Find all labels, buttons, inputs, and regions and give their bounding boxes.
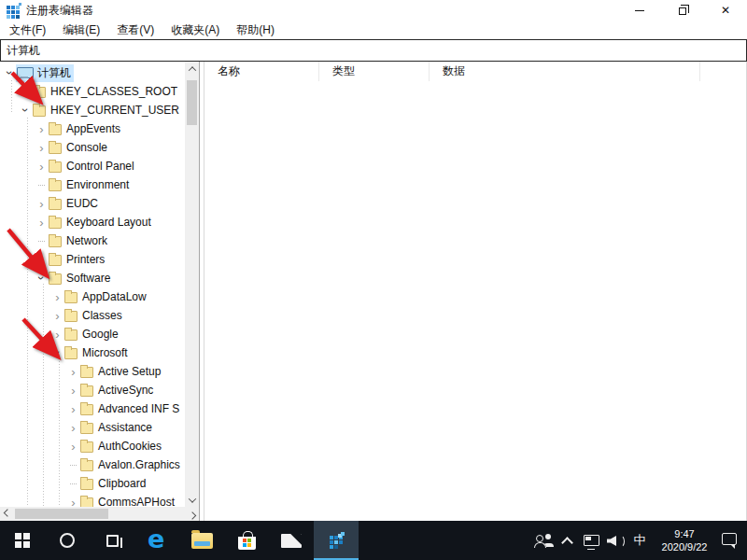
tree-item-row-clipboard[interactable]: Clipboard bbox=[79, 476, 148, 491]
tree-item-row-commsaphost[interactable]: CommsAPHost bbox=[79, 495, 177, 507]
chevron-down-icon[interactable] bbox=[35, 273, 49, 285]
hidden-icons-button[interactable] bbox=[555, 521, 579, 560]
chevron-right-icon[interactable] bbox=[67, 421, 79, 434]
horizontal-scroll-thumb[interactable] bbox=[15, 509, 108, 519]
chevron-right-icon[interactable] bbox=[67, 496, 79, 507]
chevron-right-icon[interactable] bbox=[35, 141, 48, 154]
tree-item-active-setup[interactable]: Active Setup bbox=[0, 362, 185, 381]
cortana-search-button[interactable] bbox=[45, 521, 90, 560]
tree-item-appevents[interactable]: AppEvents bbox=[0, 119, 185, 138]
tree-item-row-activesync[interactable]: ActiveSync bbox=[79, 383, 156, 398]
chevron-down-icon[interactable] bbox=[4, 67, 17, 79]
tree-item-hkey-current-user[interactable]: HKEY_CURRENT_USER bbox=[0, 101, 185, 119]
menu-item-favorites[interactable]: 收藏夹(A) bbox=[162, 21, 228, 40]
chevron-right-icon[interactable] bbox=[51, 290, 63, 303]
tree-item-row-google[interactable]: Google bbox=[63, 327, 121, 342]
chevron-right-icon[interactable] bbox=[35, 160, 48, 173]
menu-item-edit[interactable]: 编辑(E) bbox=[54, 21, 108, 40]
scroll-left-button[interactable] bbox=[0, 507, 14, 521]
tree-item-row-advanced-inf-s[interactable]: Advanced INF S bbox=[79, 401, 182, 416]
registry-editor-button[interactable] bbox=[314, 521, 359, 560]
chevron-right-icon[interactable] bbox=[51, 309, 63, 322]
network-button[interactable] bbox=[579, 521, 603, 560]
tree-item-computer[interactable]: 计算机 bbox=[0, 63, 185, 82]
chevron-right-icon[interactable] bbox=[35, 216, 48, 229]
chevron-right-icon[interactable] bbox=[67, 365, 79, 378]
tree-item-console[interactable]: Console bbox=[0, 138, 185, 157]
tree-item-row-microsoft[interactable]: Microsoft bbox=[63, 345, 131, 360]
tree-vertical-scrollbar[interactable] bbox=[185, 62, 199, 507]
chevron-down-icon[interactable] bbox=[20, 105, 33, 117]
tree-item-hkey-classes-root[interactable]: HKEY_CLASSES_ROOT bbox=[0, 82, 185, 101]
tree-item-avalon-graphics[interactable]: Avalon.Graphics bbox=[0, 455, 185, 474]
scroll-up-button[interactable] bbox=[185, 62, 199, 76]
tree-item-row-hkey-current-user[interactable]: HKEY_CURRENT_USER bbox=[32, 103, 182, 118]
scroll-down-button[interactable] bbox=[185, 493, 199, 507]
ime-mode[interactable]: 中 bbox=[627, 521, 652, 560]
tree-item-row-appdatalow[interactable]: AppDataLow bbox=[63, 289, 149, 304]
tree-item-row-software[interactable]: Software bbox=[48, 271, 113, 286]
tree-item-row-appevents[interactable]: AppEvents bbox=[48, 121, 123, 136]
chevron-right-icon[interactable] bbox=[35, 197, 48, 210]
start-button[interactable] bbox=[0, 521, 45, 560]
tree-item-row-authcookies[interactable]: AuthCookies bbox=[79, 439, 164, 454]
tree-item-keyboard-layout[interactable]: Keyboard Layout bbox=[0, 213, 185, 231]
microsoft-store-button[interactable] bbox=[224, 521, 269, 560]
tree-item-advanced-inf-s[interactable]: Advanced INF S bbox=[0, 399, 185, 418]
menu-item-file[interactable]: 文件(F) bbox=[1, 21, 54, 40]
tree-item-row-classes[interactable]: Classes bbox=[63, 308, 125, 323]
vertical-scroll-thumb[interactable] bbox=[187, 80, 197, 125]
file-explorer-button[interactable] bbox=[179, 521, 224, 560]
tree-item-row-environment[interactable]: Environment bbox=[48, 177, 132, 192]
close-button[interactable]: ✕ bbox=[704, 0, 747, 21]
tree-item-google[interactable]: Google bbox=[0, 325, 185, 343]
menu-item-help[interactable]: 帮助(H) bbox=[228, 21, 283, 40]
volume-button[interactable] bbox=[603, 521, 627, 560]
tree-item-row-eudc[interactable]: EUDC bbox=[48, 196, 101, 211]
tree-horizontal-scrollbar[interactable] bbox=[0, 507, 199, 521]
column-header-data[interactable]: 数据 bbox=[430, 62, 700, 81]
tree-item-authcookies[interactable]: AuthCookies bbox=[0, 437, 185, 455]
address-bar[interactable]: 计算机 bbox=[0, 39, 747, 62]
tree-item-network[interactable]: Network bbox=[0, 231, 185, 250]
tree-item-row-keyboard-layout[interactable]: Keyboard Layout bbox=[48, 215, 154, 230]
scroll-right-button[interactable] bbox=[185, 507, 199, 521]
chevron-right-icon[interactable] bbox=[51, 328, 63, 341]
chevron-right-icon[interactable] bbox=[67, 440, 79, 453]
tree-item-row-console[interactable]: Console bbox=[48, 140, 110, 155]
column-header-type[interactable]: 类型 bbox=[319, 62, 430, 81]
tree-item-row-computer[interactable]: 计算机 bbox=[16, 64, 74, 82]
tree-item-row-assistance[interactable]: Assistance bbox=[79, 420, 155, 435]
tree-item-appdatalow[interactable]: AppDataLow bbox=[0, 287, 185, 306]
tree-item-microsoft[interactable]: Microsoft bbox=[0, 343, 185, 362]
chevron-down-icon[interactable] bbox=[51, 347, 64, 359]
tree-item-printers[interactable]: Printers bbox=[0, 250, 185, 269]
tree-item-eudc[interactable]: EUDC bbox=[0, 194, 185, 213]
tree-item-row-network[interactable]: Network bbox=[48, 233, 110, 248]
tree-item-control-panel[interactable]: Control Panel bbox=[0, 157, 185, 175]
tree-item-activesync[interactable]: ActiveSync bbox=[0, 381, 185, 399]
restore-button[interactable] bbox=[661, 0, 704, 21]
column-header-name[interactable]: 名称 bbox=[204, 62, 319, 81]
clock[interactable]: 9:472020/9/22 bbox=[652, 521, 717, 560]
tree-item-row-printers[interactable]: Printers bbox=[48, 252, 107, 267]
chevron-right-icon[interactable] bbox=[35, 253, 48, 266]
tree-item-row-active-setup[interactable]: Active Setup bbox=[79, 364, 163, 379]
chevron-right-icon[interactable] bbox=[35, 122, 48, 135]
menu-item-view[interactable]: 查看(V) bbox=[108, 21, 162, 40]
tree-item-software[interactable]: Software bbox=[0, 269, 185, 287]
chevron-right-icon[interactable] bbox=[20, 85, 32, 98]
task-view-button[interactable] bbox=[90, 521, 134, 560]
mail-button[interactable] bbox=[269, 521, 314, 560]
tree-item-commsaphost[interactable]: CommsAPHost bbox=[0, 493, 185, 507]
tree-item-classes[interactable]: Classes bbox=[0, 306, 185, 325]
title-bar[interactable]: 注册表编辑器 ✕ bbox=[0, 0, 747, 21]
tree-item-clipboard[interactable]: Clipboard bbox=[0, 474, 185, 493]
chevron-right-icon[interactable] bbox=[67, 402, 79, 415]
edge-button[interactable] bbox=[134, 521, 179, 560]
chevron-right-icon[interactable] bbox=[67, 384, 79, 397]
tree-item-environment[interactable]: Environment bbox=[0, 175, 185, 194]
tree-item-assistance[interactable]: Assistance bbox=[0, 418, 185, 437]
action-center-button[interactable] bbox=[717, 521, 741, 560]
tree-item-row-hkey-classes-root[interactable]: HKEY_CLASSES_ROOT bbox=[32, 84, 180, 99]
